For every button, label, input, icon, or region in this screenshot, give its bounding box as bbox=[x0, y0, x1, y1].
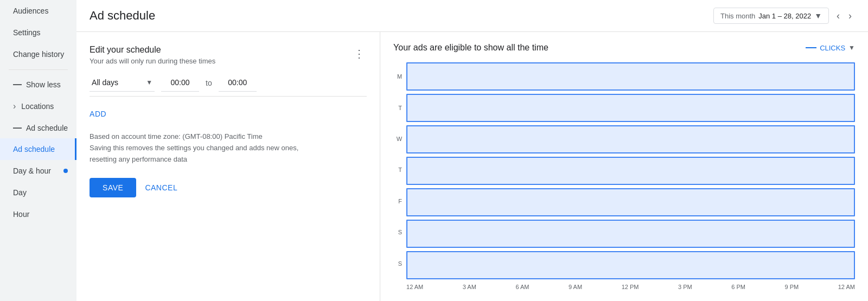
chart-y-labels: M T W T F S S bbox=[393, 61, 406, 290]
sidebar-item-settings[interactable]: Settings bbox=[0, 22, 76, 43]
chart-row-t2 bbox=[406, 156, 855, 186]
minus-icon-2: — bbox=[13, 123, 22, 133]
legend-line-icon bbox=[806, 47, 816, 48]
chart-bar-t1 bbox=[406, 94, 855, 122]
chart-header: Your ads are eligible to show all the ti… bbox=[393, 43, 855, 53]
chart-row-t1 bbox=[406, 93, 855, 123]
day-select[interactable]: All days ▼ bbox=[90, 74, 155, 92]
next-period-button[interactable]: › bbox=[845, 8, 855, 24]
sidebar-item-ad-schedule[interactable]: Ad schedule bbox=[0, 138, 76, 160]
save-button[interactable]: SAVE bbox=[90, 178, 136, 197]
prev-period-button[interactable]: ‹ bbox=[833, 8, 843, 24]
x-label-12pm: 12 PM bbox=[622, 284, 639, 290]
x-label-12am-end: 12 AM bbox=[838, 284, 855, 290]
x-label-6pm: 6 PM bbox=[731, 284, 745, 290]
y-label-t1: T bbox=[393, 105, 402, 111]
chart-rows bbox=[406, 61, 855, 280]
info-line-3: resetting any performance data bbox=[90, 154, 367, 165]
y-label-w: W bbox=[393, 136, 402, 142]
y-label-t2: T bbox=[393, 167, 402, 173]
more-options-icon[interactable]: ⋮ bbox=[352, 45, 367, 62]
content-area: Edit your schedule Your ads will only ru… bbox=[76, 32, 868, 301]
legend-chevron-icon: ▼ bbox=[848, 44, 855, 52]
schedule-row: All days ▼ to bbox=[90, 74, 367, 97]
chart-bar-w bbox=[406, 125, 855, 153]
chevron-down-icon: ▼ bbox=[814, 11, 822, 20]
edit-panel-header: Edit your schedule Your ads will only ru… bbox=[90, 45, 367, 65]
time-from-input[interactable] bbox=[161, 74, 199, 92]
chart-row-m bbox=[406, 61, 855, 92]
chart-row-w bbox=[406, 124, 855, 155]
locations-collapse-button[interactable]: › bbox=[11, 100, 18, 112]
sidebar-item-day-hour[interactable]: Day & hour bbox=[0, 160, 76, 182]
add-row: ADD bbox=[90, 105, 367, 123]
date-range-selector[interactable]: This month Jan 1 – 28, 2022 ▼ bbox=[713, 8, 829, 24]
chart-row-s1 bbox=[406, 219, 855, 249]
y-label-s2: S bbox=[393, 261, 402, 267]
page-header: Ad schedule This month Jan 1 – 28, 2022 … bbox=[76, 0, 868, 32]
to-label: to bbox=[206, 79, 212, 87]
sidebar-locations[interactable]: › Locations bbox=[0, 95, 76, 118]
chart-body: 12 AM 3 AM 6 AM 9 AM 12 PM 3 PM 6 PM 9 P… bbox=[406, 61, 855, 290]
edit-panel-title-block: Edit your schedule Your ads will only ru… bbox=[90, 45, 215, 65]
minus-icon: — bbox=[13, 80, 22, 89]
sidebar-item-change-history[interactable]: Change history bbox=[0, 43, 76, 65]
sidebar-item-audiences[interactable]: Audiences bbox=[0, 0, 76, 22]
y-label-f: F bbox=[393, 198, 402, 204]
sidebar-ad-schedule-section[interactable]: — Ad schedule bbox=[0, 118, 76, 138]
edit-schedule-panel: Edit your schedule Your ads will only ru… bbox=[76, 32, 380, 301]
info-line-1: Based on account time zone: (GMT-08:00) … bbox=[90, 131, 367, 143]
action-buttons: SAVE CANCEL bbox=[90, 178, 367, 197]
chart-grid: M T W T F S S bbox=[393, 61, 855, 290]
chart-bar-m bbox=[406, 62, 855, 91]
x-label-3pm: 3 PM bbox=[678, 284, 692, 290]
sidebar-item-day[interactable]: Day bbox=[0, 182, 76, 203]
main-area: Ad schedule This month Jan 1 – 28, 2022 … bbox=[76, 0, 868, 301]
legend-label: CLICKS bbox=[820, 44, 845, 52]
info-section: Based on account time zone: (GMT-08:00) … bbox=[90, 131, 367, 165]
y-label-m: M bbox=[393, 74, 402, 80]
x-label-9pm: 9 PM bbox=[784, 284, 799, 290]
day-select-chevron-icon: ▼ bbox=[146, 79, 152, 86]
edit-title: Edit your schedule bbox=[90, 45, 215, 55]
cancel-button[interactable]: CANCEL bbox=[145, 183, 177, 192]
add-button[interactable]: ADD bbox=[90, 105, 106, 123]
page-title: Ad schedule bbox=[90, 9, 155, 23]
x-label-3am: 3 AM bbox=[463, 284, 476, 290]
chart-bar-t2 bbox=[406, 157, 855, 185]
y-label-s1: S bbox=[393, 229, 402, 235]
chart-legend[interactable]: CLICKS ▼ bbox=[806, 44, 855, 52]
date-section: This month Jan 1 – 28, 2022 ▼ ‹ › bbox=[713, 8, 855, 24]
chart-bar-s1 bbox=[406, 220, 855, 248]
sidebar-divider bbox=[9, 69, 68, 70]
chart-row-f bbox=[406, 187, 855, 217]
chart-title: Your ads are eligible to show all the ti… bbox=[393, 43, 548, 53]
sidebar-item-hour[interactable]: Hour bbox=[0, 203, 76, 225]
x-label-6am: 6 AM bbox=[515, 284, 529, 290]
date-label: This month bbox=[720, 12, 755, 20]
day-select-value: All days bbox=[92, 78, 142, 87]
sidebar: Audiences Settings Change history — Show… bbox=[0, 0, 76, 301]
info-line-2: Saving this removes the settings you cha… bbox=[90, 143, 367, 154]
chart-bar-s2 bbox=[406, 251, 855, 279]
nav-arrows: ‹ › bbox=[833, 8, 855, 24]
chart-row-s2 bbox=[406, 250, 855, 280]
chart-bar-f bbox=[406, 188, 855, 216]
chart-container: M T W T F S S bbox=[393, 61, 855, 290]
sidebar-show-less[interactable]: — Show less bbox=[0, 74, 76, 95]
x-label-12am-start: 12 AM bbox=[406, 284, 423, 290]
active-dot bbox=[63, 169, 68, 173]
time-to-input[interactable] bbox=[219, 74, 257, 92]
edit-subtitle: Your ads will only run during these time… bbox=[90, 57, 215, 65]
date-range-value: Jan 1 – 28, 2022 bbox=[758, 12, 811, 20]
chart-panel: Your ads are eligible to show all the ti… bbox=[380, 32, 868, 301]
x-label-9am: 9 AM bbox=[569, 284, 582, 290]
chart-x-labels: 12 AM 3 AM 6 AM 9 AM 12 PM 3 PM 6 PM 9 P… bbox=[406, 284, 855, 290]
